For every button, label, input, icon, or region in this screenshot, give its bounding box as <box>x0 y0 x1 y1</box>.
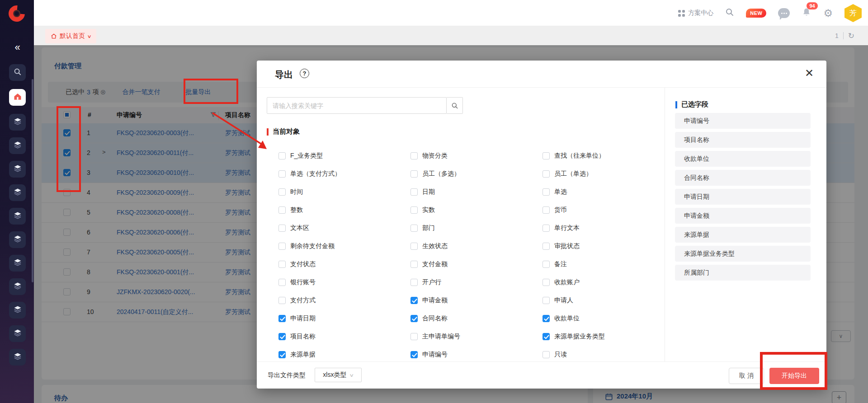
export-field-option[interactable]: 时间 <box>278 183 410 201</box>
export-field-option[interactable]: 审批状态 <box>542 237 675 255</box>
field-checkbox[interactable] <box>410 297 418 304</box>
field-checkbox[interactable] <box>410 351 418 358</box>
export-field-option[interactable]: 日期 <box>410 183 542 201</box>
export-field-option[interactable]: 单选 <box>542 183 675 201</box>
sidebar-item-module[interactable] <box>9 349 26 366</box>
export-field-option[interactable]: 收款账户 <box>542 273 675 291</box>
field-checkbox[interactable] <box>542 315 550 322</box>
field-checkbox[interactable] <box>542 333 550 340</box>
field-checkbox[interactable] <box>542 351 550 358</box>
export-field-option[interactable]: 剩余待支付金额 <box>278 237 410 255</box>
field-checkbox[interactable] <box>542 206 550 214</box>
field-checkbox[interactable] <box>410 315 418 322</box>
sidebar-item-module[interactable] <box>9 137 26 154</box>
field-checkbox[interactable] <box>542 170 550 178</box>
field-checkbox[interactable] <box>278 261 286 268</box>
start-export-button[interactable]: 开始导出 <box>769 368 819 384</box>
close-icon[interactable]: ✕ <box>805 68 814 79</box>
field-checkbox[interactable] <box>542 279 550 286</box>
export-field-option[interactable]: 支付金额 <box>410 255 542 273</box>
selected-field-item[interactable]: 申请日期 <box>675 189 811 205</box>
refresh-icon[interactable]: ↻ <box>848 31 854 41</box>
header-search-icon[interactable] <box>725 8 734 19</box>
sidebar-item-module[interactable] <box>9 161 26 178</box>
messages-icon[interactable] <box>778 8 790 18</box>
export-field-option[interactable]: 物资分类 <box>410 147 542 165</box>
export-field-option[interactable]: 申请编号 <box>410 346 542 364</box>
export-field-option[interactable]: 员工（单选） <box>542 165 675 183</box>
field-checkbox[interactable] <box>542 152 550 159</box>
field-checkbox[interactable] <box>278 333 286 340</box>
tab-default-home[interactable]: 默认首页 ∨ <box>45 29 96 43</box>
selected-field-item[interactable]: 申请编号 <box>675 113 811 129</box>
export-field-option[interactable]: 开户行 <box>410 273 542 291</box>
selected-field-item[interactable]: 收款单位 <box>675 151 811 167</box>
new-badge[interactable]: NEW <box>746 9 766 18</box>
export-field-option[interactable]: 支付方式 <box>278 291 410 309</box>
export-field-option[interactable]: 查找（往来单位） <box>542 147 675 165</box>
app-logo-icon[interactable] <box>8 5 26 23</box>
field-search-input[interactable] <box>267 97 447 114</box>
sidebar-item-module[interactable] <box>9 255 26 272</box>
field-checkbox[interactable] <box>410 261 418 268</box>
sidebar-item-module[interactable] <box>9 208 26 225</box>
solution-center-nav[interactable]: 方案中心 <box>678 9 713 17</box>
cancel-button[interactable]: 取 消 <box>729 368 764 384</box>
sidebar-item-module[interactable] <box>9 184 26 201</box>
field-checkbox[interactable] <box>410 188 418 196</box>
field-checkbox[interactable] <box>542 188 550 196</box>
field-checkbox[interactable] <box>542 243 550 250</box>
sidebar-item-module[interactable] <box>9 231 26 248</box>
export-field-option[interactable]: 来源单据 <box>278 346 410 364</box>
file-type-select[interactable]: xlsx类型 ∨ <box>315 368 362 382</box>
sidebar-search-button[interactable] <box>9 64 26 81</box>
export-field-option[interactable]: 申请金额 <box>410 291 542 309</box>
field-checkbox[interactable] <box>410 225 418 232</box>
selected-field-item[interactable]: 项目名称 <box>675 132 811 148</box>
field-checkbox[interactable] <box>278 170 286 178</box>
field-checkbox[interactable] <box>410 333 418 340</box>
field-checkbox[interactable] <box>278 225 286 232</box>
export-field-option[interactable]: 单行文本 <box>542 219 675 237</box>
export-field-option[interactable]: 备注 <box>542 255 675 273</box>
field-checkbox[interactable] <box>278 279 286 286</box>
field-checkbox[interactable] <box>410 170 418 178</box>
collapse-sidebar-icon[interactable]: « <box>0 42 34 53</box>
field-checkbox[interactable] <box>278 206 286 214</box>
export-field-option[interactable]: 支付状态 <box>278 255 410 273</box>
sidebar-item-module[interactable] <box>9 114 26 131</box>
field-checkbox[interactable] <box>410 243 418 250</box>
avatar[interactable]: 芳 <box>844 4 862 22</box>
selected-field-item[interactable]: 来源单据业务类型 <box>675 246 811 262</box>
export-field-option[interactable]: 申请人 <box>542 291 675 309</box>
help-icon[interactable]: ? <box>300 69 309 78</box>
field-checkbox[interactable] <box>278 188 286 196</box>
field-checkbox[interactable] <box>278 152 286 159</box>
sidebar-item-module[interactable] <box>9 325 26 342</box>
selected-field-item[interactable]: 来源单据 <box>675 227 811 243</box>
notifications-button[interactable]: 94 <box>802 7 811 19</box>
export-field-option[interactable]: 主申请单编号 <box>410 328 542 346</box>
export-field-option[interactable]: 实数 <box>410 201 542 219</box>
field-checkbox[interactable] <box>410 279 418 286</box>
sidebar-scrollbar[interactable] <box>32 79 33 282</box>
field-checkbox[interactable] <box>410 152 418 159</box>
export-field-option[interactable]: 部门 <box>410 219 542 237</box>
field-checkbox[interactable] <box>542 297 550 304</box>
sidebar-item-module[interactable] <box>9 302 26 319</box>
field-checkbox[interactable] <box>278 315 286 322</box>
export-field-option[interactable]: F_业务类型 <box>278 147 410 165</box>
export-field-option[interactable]: 来源单据业务类型 <box>542 328 675 346</box>
export-field-option[interactable]: 申请日期 <box>278 309 410 328</box>
field-checkbox[interactable] <box>542 261 550 268</box>
export-field-option[interactable]: 整数 <box>278 201 410 219</box>
export-field-option[interactable]: 单选（支付方式） <box>278 165 410 183</box>
field-checkbox[interactable] <box>278 351 286 358</box>
export-field-option[interactable]: 文本区 <box>278 219 410 237</box>
export-field-option[interactable]: 项目名称 <box>278 328 410 346</box>
sidebar-item-home[interactable] <box>9 89 26 106</box>
selected-field-item[interactable]: 合同名称 <box>675 170 811 186</box>
settings-gear-icon[interactable]: ⚙ <box>823 8 833 19</box>
field-search-button[interactable] <box>447 97 463 114</box>
export-field-option[interactable]: 合同名称 <box>410 309 542 328</box>
